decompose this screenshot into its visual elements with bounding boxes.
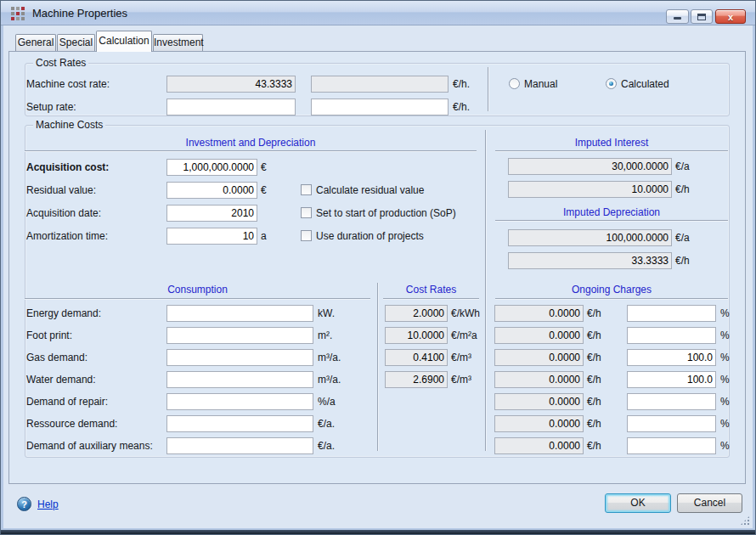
ongoing-charge-1-rate-field: [494, 305, 584, 322]
imputed-depreciation-per-year-unit: €/a: [675, 229, 690, 246]
ongoing-charge-6-percent-unit: %: [720, 415, 730, 432]
manual-radio-label[interactable]: Manual: [524, 76, 557, 93]
tab-special[interactable]: Special: [57, 34, 95, 51]
window-title: Machine Properties: [32, 7, 127, 20]
ok-button[interactable]: OK: [605, 493, 671, 513]
setup-rate-unit: €/h.: [453, 99, 470, 115]
imputed-interest-header: Imputed Interest: [495, 137, 728, 149]
ongoing-charge-5-rate-field: [494, 393, 584, 410]
ongoing-charge-6-rate-unit: €/h: [587, 415, 601, 432]
app-icon: [10, 6, 25, 21]
ongoing-charge-1-percent-field[interactable]: [627, 305, 716, 322]
imputed-interest-per-hour-field: [508, 181, 672, 198]
investment-depreciation-header: Investment and Depreciation: [25, 137, 477, 149]
ongoing-charge-5-percent-unit: %: [720, 393, 730, 410]
close-button[interactable]: x: [715, 9, 746, 24]
set-to-sop-label[interactable]: Set to start of production (SoP): [316, 205, 456, 222]
setup-rate-field[interactable]: [166, 99, 296, 115]
ongoing-charges-rule: [495, 298, 728, 299]
ongoing-charge-4-rate-unit: €/h: [587, 371, 601, 388]
resize-grip[interactable]: [740, 515, 750, 526]
imputed-depreciation-per-hour-field: [508, 252, 672, 269]
help-icon[interactable]: ?: [17, 497, 31, 511]
imputed-depreciation-header: Imputed Depreciation: [495, 206, 728, 219]
ongoing-charge-1-rate-unit: €/h: [587, 305, 601, 322]
cancel-button[interactable]: Cancel: [677, 493, 742, 513]
tab-investment[interactable]: Investment: [153, 34, 203, 51]
ongoing-charges-header: Ongoing Charges: [495, 284, 728, 296]
close-icon: x: [716, 11, 745, 24]
imputed-depreciation-per-year-field: [508, 229, 672, 246]
maximize-icon: [697, 14, 706, 20]
imputed-interest-per-year-unit: €/a: [675, 158, 690, 175]
machine-properties-dialog: Machine Properties x General Special Cal…: [0, 0, 756, 535]
ongoing-charge-2-rate-field: [494, 327, 584, 344]
calculated-radio-label[interactable]: Calculated: [621, 76, 669, 93]
ongoing-charge-4-rate-field: [494, 371, 584, 388]
imputed-interest-per-hour-unit: €/h: [675, 181, 690, 198]
machine-costs-group-label: Machine Costs: [33, 119, 105, 132]
ongoing-charge-7-percent-unit: %: [720, 437, 730, 454]
cost-rates-group-label: Cost Rates: [33, 57, 88, 70]
set-to-sop-checkbox[interactable]: [301, 207, 312, 218]
ongoing-charge-5-rate-unit: €/h: [587, 393, 601, 410]
machine-cost-rate-field: [166, 76, 296, 93]
cost-rates-column-rule: [383, 298, 479, 299]
ongoing-charge-4-percent-field[interactable]: [627, 371, 716, 388]
ongoing-charge-3-rate-field: [494, 349, 584, 366]
ongoing-charge-2-percent-unit: %: [720, 327, 730, 344]
maximize-button[interactable]: [691, 9, 713, 24]
consumption-rule: [25, 298, 370, 299]
investment-depreciation-rule: [25, 150, 477, 151]
ongoing-charge-2-rate-unit: €/h: [587, 327, 601, 344]
setup-rate-label: Setup rate:: [26, 99, 76, 115]
ongoing-charge-3-rate-unit: €/h: [587, 349, 601, 366]
imputed-depreciation-rule: [495, 220, 728, 221]
tab-general[interactable]: General: [15, 34, 56, 51]
ongoing-charge-7-rate-unit: €/h: [587, 437, 601, 454]
calculation-tab-page: Cost Rates Machine cost rate: €/h. Manua…: [8, 51, 746, 484]
acquisition-date-field[interactable]: [166, 205, 257, 222]
machine-cost-rate-label: Machine cost rate:: [26, 76, 110, 93]
machine-cost-rate-field-2: [311, 76, 449, 93]
machine-cost-rate-unit: €/h.: [453, 76, 470, 93]
ongoing-charge-2-percent-field[interactable]: [627, 327, 716, 344]
ongoing-charge-6-percent-field[interactable]: [627, 415, 716, 432]
ongoing-charge-4-percent-unit: %: [720, 371, 730, 388]
ongoing-charge-3-percent-field[interactable]: [627, 349, 716, 366]
acquisition-date-label: Acquisition date:: [26, 205, 101, 222]
minimize-icon: [674, 17, 681, 20]
ongoing-charge-5-percent-field[interactable]: [627, 393, 716, 410]
imputed-interest-rule: [495, 150, 728, 151]
title-bar[interactable]: Machine Properties x: [1, 1, 755, 25]
ongoing-charge-6-rate-field: [494, 415, 584, 432]
imputed-depreciation-per-hour-unit: €/h: [675, 252, 690, 269]
help-link[interactable]: Help: [37, 498, 59, 511]
ongoing-charge-1-percent-unit: %: [720, 305, 730, 322]
manual-radio[interactable]: [509, 78, 520, 89]
minimize-button[interactable]: [666, 9, 689, 24]
ongoing-charge-7-rate-field: [494, 437, 584, 454]
tab-calculation[interactable]: Calculation: [96, 31, 152, 52]
imputed-interest-per-year-field: [508, 158, 672, 175]
dialog-client-area: General Special Calculation Investment C…: [3, 25, 753, 528]
calculated-radio[interactable]: [606, 78, 617, 89]
cost-rates-column-header: Cost Rates: [383, 284, 479, 296]
ongoing-charge-3-percent-unit: %: [720, 349, 730, 366]
setup-rate-field-2[interactable]: [311, 99, 449, 115]
ongoing-charge-7-percent-field[interactable]: [627, 437, 716, 454]
cost-rates-separator: [488, 67, 488, 111]
consumption-header: Consumption: [25, 284, 370, 296]
